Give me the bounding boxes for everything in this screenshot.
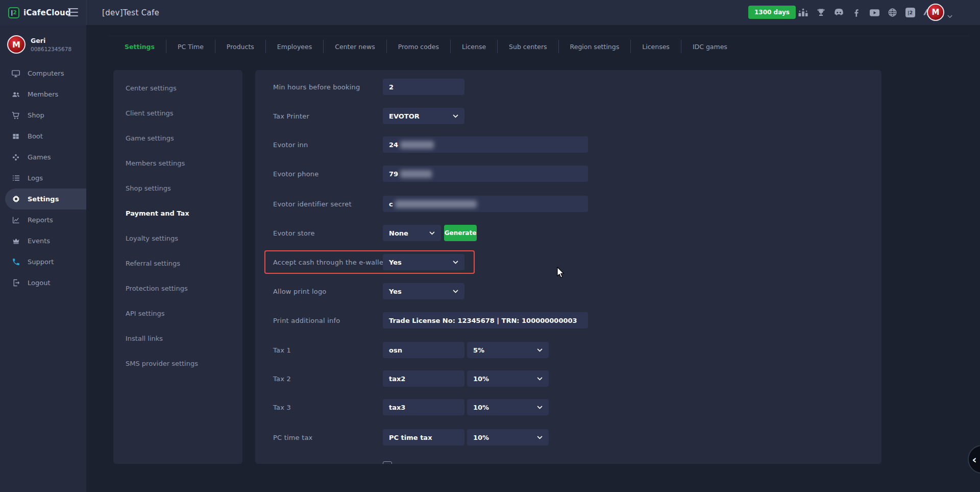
sidebar-item-boot[interactable]: Boot [0,126,86,147]
sidebar-user[interactable]: M Geri 008612345678 [0,25,86,63]
subnav-payment-and-tax[interactable]: Payment and Tax [113,201,242,226]
partial-checkbox[interactable] [383,461,392,464]
sidebar-item-label: Events [28,237,50,245]
trophy-icon[interactable] [815,7,826,18]
icafecloud-icon[interactable]: |2 [904,7,916,18]
tab-license[interactable]: License [451,43,497,51]
logout-icon [11,278,20,288]
sidebar-item-logs[interactable]: Logs [0,168,86,189]
tax3-name-input[interactable]: tax3 [383,399,464,415]
sidebar-item-members[interactable]: Members [0,84,86,105]
sidebar-item-settings[interactable]: Settings [5,189,86,209]
tax-printer-select[interactable]: EVOTOR [383,108,464,124]
discord-icon[interactable] [833,7,844,18]
field-label: Evotor phone [273,166,318,182]
chart-icon [11,216,20,225]
subnav-members-settings[interactable]: Members settings [113,151,242,176]
chevron-down-icon [537,348,543,352]
user-avatar[interactable]: M [927,4,944,21]
sidebar-item-label: Computers [28,69,64,77]
tab-promo-codes[interactable]: Promo codes [387,43,450,51]
sidebar-item-shop[interactable]: Shop [0,105,86,126]
print-additional-info-input[interactable]: Trade License No: 12345678 | TRN: 100000… [383,312,588,329]
subnav-client-settings[interactable]: Client settings [113,101,242,126]
ranking-icon[interactable] [797,7,808,18]
tab-center-news[interactable]: Center news [324,43,386,51]
pctime-tax-rate-select[interactable]: 10% [467,429,549,446]
subnav-referral-settings[interactable]: Referral settings [113,251,242,276]
gamepad-icon [11,153,20,162]
tab-region-settings[interactable]: Region settings [559,43,631,51]
masked-value [395,200,477,208]
evotor-store-select[interactable]: None [383,225,441,241]
sidebar-item-support[interactable]: Support [0,251,86,272]
hamburger-menu-icon[interactable] [68,8,78,16]
sidebar-item-games[interactable]: Games [0,147,86,168]
form-row: Evotor inn 24 [255,136,881,153]
sidebar-item-events[interactable]: Events [0,230,86,251]
app-logo[interactable]: |2 iCafeCloud [8,0,71,25]
sidebar-item-logout[interactable]: Logout [0,272,86,293]
chevron-left-icon: ‹ [972,453,976,466]
app-name: iCafeCloud [23,8,71,17]
sidebar-item-label: Logout [28,279,51,287]
settings-subnav: Center settings Client settings Game set… [113,70,242,464]
field-label: Tax Printer [273,108,309,124]
masked-value [400,170,432,178]
cafe-title: [dev]Test Cafe [102,0,159,25]
avatar-chevron-down-icon[interactable] [947,11,952,20]
facebook-icon[interactable] [851,7,862,18]
min-hours-input[interactable]: 2 [383,79,464,95]
evotor-phone-input[interactable]: 79 [383,166,588,182]
field-label: Tax 3 [273,399,291,415]
subnav-loyalty-settings[interactable]: Loyalty settings [113,226,242,251]
tax2-name-input[interactable]: tax2 [383,370,464,387]
list-icon [11,174,20,183]
tab-pc-time[interactable]: PC Time [166,43,215,51]
globe-icon[interactable] [887,7,898,18]
sidebar-item-computers[interactable]: Computers [0,63,86,84]
subnav-shop-settings[interactable]: Shop settings [113,176,242,201]
accept-cash-ewallet-select[interactable]: Yes [383,254,464,270]
field-label: Min hours before booking [273,79,360,95]
main-content: Settings PC Time Products Employees Cent… [86,25,980,492]
subnav-sms-provider-settings[interactable]: SMS provider settings [113,351,242,376]
tax3-rate-select[interactable]: 10% [467,399,549,415]
icafecloud-logo-icon: |2 [8,7,19,18]
form-row: Evotor phone 79 [255,166,881,182]
form-row: Min hours before booking 2 [255,79,881,95]
sidebar-item-label: Support [28,258,54,266]
field-label: Tax 1 [273,342,291,358]
tab-settings[interactable]: Settings [113,43,166,51]
sidebar-item-reports[interactable]: Reports [0,209,86,230]
youtube-icon[interactable] [869,7,880,18]
allow-print-logo-select[interactable]: Yes [383,283,464,299]
subnav-api-settings[interactable]: API settings [113,301,242,326]
field-label: Print additional info [273,312,340,329]
subnav-center-settings[interactable]: Center settings [113,76,242,101]
user-name: Geri [31,37,71,44]
tab-products[interactable]: Products [215,43,265,51]
chevron-down-icon [537,377,543,381]
field-label: Tax 2 [273,370,291,387]
form-row: Accept cash through the e-wallet Yes [255,254,881,270]
tax1-rate-select[interactable]: 5% [467,342,549,358]
tab-employees[interactable]: Employees [266,43,323,51]
field-label: Evotor store [273,225,315,241]
subnav-install-links[interactable]: Install links [113,326,242,351]
tab-sub-centers[interactable]: Sub centers [498,43,558,51]
tab-idc-games[interactable]: IDC games [681,43,739,51]
subnav-game-settings[interactable]: Game settings [113,126,242,151]
pctime-tax-name-input[interactable]: PC time tax [383,429,464,446]
tax1-name-input[interactable]: osn [383,342,464,358]
form-row: PC time tax PC time tax 10% [255,429,881,446]
license-days-badge[interactable]: 1300 days [748,6,796,19]
tax2-rate-select[interactable]: 10% [467,370,549,387]
evotor-secret-input[interactable]: c [383,196,588,212]
subnav-protection-settings[interactable]: Protection settings [113,276,242,301]
cart-icon [11,111,20,120]
evotor-inn-input[interactable]: 24 [383,136,588,153]
tab-licenses[interactable]: Licenses [631,43,681,51]
generate-button[interactable]: Generate [444,225,477,241]
sidebar: M Geri 008612345678 Computers Members Sh… [0,25,86,492]
